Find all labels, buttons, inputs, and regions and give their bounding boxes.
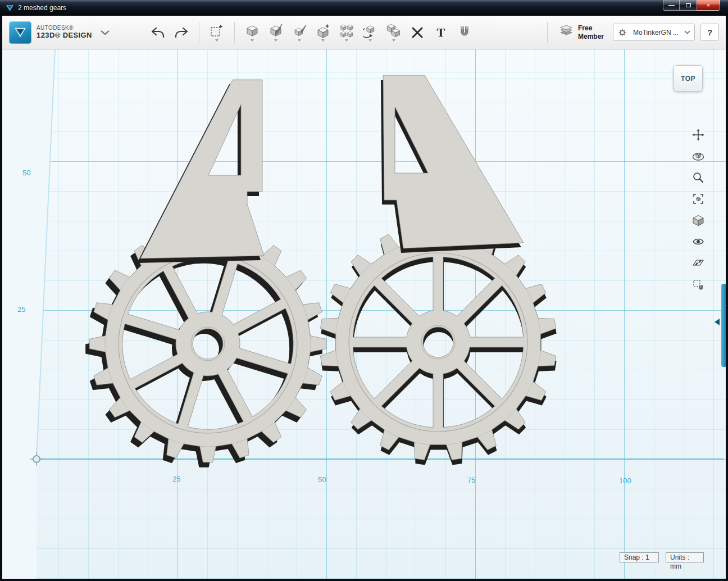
- pan-button[interactable]: [691, 128, 706, 142]
- material-button[interactable]: [691, 256, 706, 270]
- app-icon: [6, 4, 14, 12]
- view-cube-top[interactable]: TOP: [674, 65, 703, 92]
- app-menu-button[interactable]: [9, 21, 31, 44]
- account-name: MoTinkerGN ...: [631, 29, 681, 37]
- pattern-button[interactable]: [335, 19, 358, 46]
- text-button[interactable]: T: [429, 19, 453, 46]
- y-axis-label: 50: [22, 169, 30, 177]
- account-avatar-icon: [617, 28, 627, 38]
- layers-icon: [559, 25, 574, 40]
- membership-line2: Member: [578, 33, 604, 41]
- snap-setting[interactable]: Snap : 1: [620, 552, 659, 562]
- membership-status: Free Member: [559, 24, 604, 41]
- app-window: 2 meshed gears — × AUTODESK® 123D® DESIG…: [0, 0, 728, 581]
- help-icon: ?: [707, 28, 712, 37]
- snap-region-icon: [692, 278, 704, 290]
- 123d-logo-icon: [12, 24, 29, 41]
- orbit-button[interactable]: [691, 149, 706, 163]
- brand-text: AUTODESK® 123D® DESIGN: [37, 25, 92, 39]
- combine-button[interactable]: [382, 19, 406, 46]
- dropdown-caret-icon: [274, 39, 277, 42]
- draw-icon: [292, 24, 307, 38]
- dropdown-caret-icon: [321, 39, 325, 42]
- panel-collapse-arrow-icon[interactable]: [715, 319, 720, 325]
- construct-icon: [316, 24, 330, 38]
- text-tool-icon: T: [437, 25, 445, 40]
- y-axis-label: 25: [17, 305, 25, 314]
- measure-button[interactable]: [406, 19, 429, 46]
- viewport[interactable]: 50 25 25 50 75 100 TOP: [2, 49, 726, 579]
- dropdown-caret-icon: [392, 39, 395, 42]
- membership-line1: Free: [578, 24, 604, 33]
- dropdown-caret-icon: [215, 39, 219, 42]
- account-menu-button[interactable]: MoTinkerGN ...: [613, 24, 695, 41]
- draw-button[interactable]: [288, 19, 311, 46]
- dropdown-caret-icon: [368, 39, 372, 42]
- app-menu-chevron[interactable]: [100, 30, 110, 35]
- grid-left-mask: [2, 49, 55, 579]
- pan-icon: [692, 129, 704, 141]
- window-controls: — ×: [663, 0, 720, 11]
- chevron-down-icon: [100, 30, 110, 35]
- transform-button[interactable]: [205, 19, 229, 46]
- toolbar-separator: [199, 22, 199, 43]
- maximize-button[interactable]: [680, 0, 697, 11]
- fit-view-icon: [692, 193, 704, 205]
- minimize-button[interactable]: —: [663, 0, 680, 11]
- construct-button[interactable]: [311, 19, 335, 46]
- navigation-toolbar: [689, 128, 708, 291]
- toolbar-separator: [547, 22, 548, 43]
- magnifier-icon: [692, 171, 704, 184]
- undo-button[interactable]: [146, 19, 170, 46]
- units-setting[interactable]: Units : mm: [666, 552, 704, 562]
- main-toolbar: AUTODESK® 123D® DESIGN: [2, 16, 726, 49]
- close-icon: ×: [707, 2, 710, 8]
- model-scene: [2, 49, 726, 579]
- x-axis-label: 50: [318, 475, 326, 484]
- close-button[interactable]: ×: [697, 0, 720, 11]
- primitives-icon: [245, 24, 260, 38]
- eye-icon: [692, 235, 704, 248]
- combine-icon: [386, 24, 401, 38]
- help-button[interactable]: ?: [700, 24, 719, 41]
- snap-region-button[interactable]: [691, 278, 706, 291]
- shaded-cube-icon: [692, 214, 704, 226]
- titlebar[interactable]: 2 meshed gears — ×: [0, 0, 728, 16]
- toolbar-separator: [234, 22, 235, 43]
- grouping-button[interactable]: [358, 19, 382, 46]
- zoom-button[interactable]: [691, 171, 706, 184]
- side-panel-handle[interactable]: [721, 284, 726, 367]
- material-icon: [692, 257, 704, 269]
- sketch-button[interactable]: [264, 19, 288, 46]
- grouping-icon: [363, 24, 377, 38]
- sketch-icon: [269, 24, 283, 38]
- primitives-button[interactable]: [240, 19, 264, 46]
- window-title: 2 meshed gears: [18, 4, 66, 12]
- pointer-left[interactable]: [140, 80, 264, 258]
- orbit-icon: [692, 150, 704, 162]
- x-axis-label: 25: [172, 475, 180, 483]
- snap-button[interactable]: [453, 19, 476, 46]
- zoom-fit-button[interactable]: [691, 192, 706, 206]
- dropdown-caret-icon: [298, 39, 301, 42]
- pattern-icon: [339, 24, 354, 38]
- minimize-icon: —: [668, 2, 674, 8]
- x-axis-label: 75: [467, 476, 475, 484]
- toolbar-right-group: Free Member MoTinkerGN ... ?: [542, 22, 719, 43]
- dropdown-caret-icon: [251, 39, 254, 42]
- shaded-view-button[interactable]: [691, 214, 706, 227]
- brand-line2: 123D® DESIGN: [37, 31, 92, 40]
- snap-label: Snap : 1: [624, 553, 649, 561]
- dropdown-caret-icon: [345, 39, 348, 42]
- undo-icon: [151, 26, 165, 39]
- pointer-right[interactable]: [383, 75, 524, 248]
- view-cube-label: TOP: [681, 75, 695, 83]
- maximize-icon: [686, 3, 691, 7]
- measure-icon: [410, 25, 425, 40]
- transform-icon: [210, 24, 224, 38]
- x-axis-label: 100: [619, 476, 631, 485]
- magnet-icon: [457, 25, 472, 40]
- visibility-button[interactable]: [691, 235, 706, 248]
- gear-right[interactable]: [320, 224, 556, 460]
- redo-button[interactable]: [170, 19, 193, 46]
